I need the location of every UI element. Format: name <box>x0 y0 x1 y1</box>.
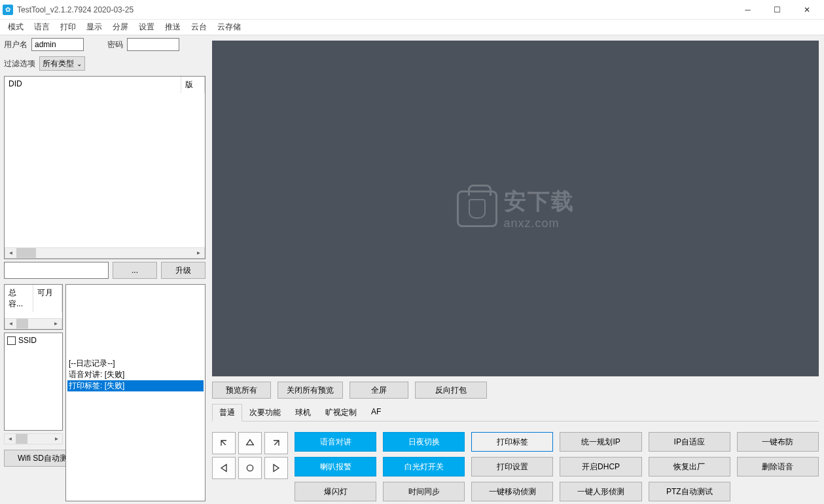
control-button[interactable]: 白光灯开关 <box>383 457 465 477</box>
username-input[interactable] <box>31 38 84 51</box>
tab-1[interactable]: 次要功能 <box>242 404 288 422</box>
tab-0[interactable]: 普通 <box>212 404 242 422</box>
maximize-button[interactable]: ☐ <box>762 0 792 20</box>
control-button[interactable]: 删除语音 <box>737 457 819 477</box>
ptz-center-button[interactable] <box>238 457 262 479</box>
capacity-hscroll[interactable]: ◄► <box>5 318 62 329</box>
menu-模式[interactable]: 模式 <box>3 20 29 34</box>
menu-云台[interactable]: 云台 <box>186 20 212 34</box>
tab-2[interactable]: 球机 <box>288 404 318 422</box>
control-button[interactable]: 一键移动侦测 <box>471 482 553 501</box>
control-button[interactable]: 日夜切换 <box>383 432 465 452</box>
ptz-arrows <box>212 432 288 501</box>
ptz-left-button[interactable] <box>212 457 236 479</box>
control-button[interactable]: 爆闪灯 <box>295 482 376 501</box>
password-label: 密码 <box>107 39 123 50</box>
control-button[interactable]: 一键人形侦测 <box>560 482 641 501</box>
username-label: 用户名 <box>4 39 27 50</box>
log-line[interactable]: 语音对讲: [失败] <box>67 369 204 380</box>
action-row: 预览所有关闭所有预览全屏反向打包 <box>212 382 819 399</box>
control-button[interactable]: 语音对讲 <box>295 432 376 452</box>
log-line[interactable]: 打印标签: [失败] <box>67 380 204 391</box>
control-button[interactable]: 喇叭报警 <box>295 457 376 477</box>
menu-语言[interactable]: 语言 <box>29 20 55 34</box>
titlebar: TestTool_v2.1.2.7924 2020-03-25 ─ ☐ ✕ <box>0 0 824 20</box>
button-grid: 语音对讲日夜切换打印标签统一规划IPIP自适应一键布防喇叭报警白光灯开关打印设置… <box>295 432 819 501</box>
right-panel: 安下载 anxz.com 预览所有关闭所有预览全屏反向打包 普通次要功能球机旷视… <box>209 35 824 504</box>
password-input[interactable] <box>127 38 179 51</box>
ptz-up-button[interactable] <box>238 432 262 454</box>
filter-select[interactable]: 所有类型 <box>39 56 85 71</box>
checkbox-icon <box>7 336 16 345</box>
col-total: 总容... <box>5 285 33 312</box>
col-did[interactable]: DID <box>5 77 181 93</box>
ssid-list[interactable]: SSID <box>4 333 63 431</box>
menu-分屏[interactable]: 分屏 <box>107 20 134 34</box>
action-button[interactable]: 关闭所有预览 <box>278 382 343 399</box>
control-button[interactable]: PTZ自动测试 <box>649 482 730 501</box>
window-title: TestTool_v2.1.2.7924 2020-03-25 <box>17 5 733 14</box>
tab-3[interactable]: 旷视定制 <box>318 404 364 422</box>
control-button[interactable]: 开启DHCP <box>560 457 641 477</box>
control-button[interactable]: IP自适应 <box>649 432 730 452</box>
menu-设置[interactable]: 设置 <box>134 20 160 34</box>
tab-strip: 普通次要功能球机旷视定制AF <box>212 404 819 422</box>
action-button[interactable]: 预览所有 <box>212 382 271 399</box>
ptz-right-button[interactable] <box>264 457 288 479</box>
control-button[interactable]: 一键布防 <box>737 432 819 452</box>
control-button[interactable]: 时间同步 <box>383 482 465 501</box>
minimize-button[interactable]: ─ <box>733 0 762 20</box>
svg-point-0 <box>247 465 253 471</box>
watermark: 安下载 anxz.com <box>457 187 575 230</box>
ssid-hscroll[interactable]: ◄► <box>4 433 63 444</box>
capacity-list[interactable]: 总容... 可月 ◄► <box>4 284 63 330</box>
tab-4[interactable]: AF <box>364 404 388 422</box>
bag-icon <box>457 190 497 227</box>
control-button[interactable]: 统一规划IP <box>560 432 641 452</box>
ptz-upright-button[interactable] <box>264 432 288 454</box>
action-button[interactable]: 反向打包 <box>415 382 487 399</box>
log-list[interactable]: [--日志记录--]语音对讲: [失败]打印标签: [失败] <box>65 284 206 501</box>
menu-打印[interactable]: 打印 <box>55 20 81 34</box>
filter-label: 过滤选项 <box>4 58 35 69</box>
ssid-checkbox[interactable]: SSID <box>7 336 60 345</box>
app-icon <box>3 5 13 15</box>
control-button[interactable]: 打印设置 <box>471 457 553 477</box>
col-version[interactable]: 版 <box>181 77 205 93</box>
control-button[interactable]: 打印标签 <box>471 432 553 452</box>
upgrade-path-input[interactable] <box>4 262 109 279</box>
col-avail: 可月 <box>33 285 62 312</box>
ptz-upleft-button[interactable] <box>212 432 236 454</box>
control-button[interactable]: 恢复出厂 <box>649 457 730 477</box>
upgrade-button[interactable]: 升级 <box>161 262 206 279</box>
log-line[interactable]: [--日志记录--] <box>67 358 204 369</box>
video-area: 安下载 anxz.com <box>212 41 819 376</box>
action-button[interactable]: 全屏 <box>349 382 408 399</box>
menu-云存储[interactable]: 云存储 <box>212 20 246 34</box>
close-button[interactable]: ✕ <box>792 0 821 20</box>
browse-button[interactable]: ... <box>113 262 157 279</box>
menu-显示[interactable]: 显示 <box>81 20 107 34</box>
left-panel: 用户名 密码 过滤选项 所有类型 DID 版 ◄► ... 升级 <box>0 35 209 504</box>
menu-推送[interactable]: 推送 <box>160 20 186 34</box>
device-list-hscroll[interactable]: ◄► <box>5 247 205 259</box>
menubar: 模式语言打印显示分屏设置推送云台云存储 <box>0 20 824 35</box>
device-list[interactable]: DID 版 ◄► <box>4 76 206 259</box>
